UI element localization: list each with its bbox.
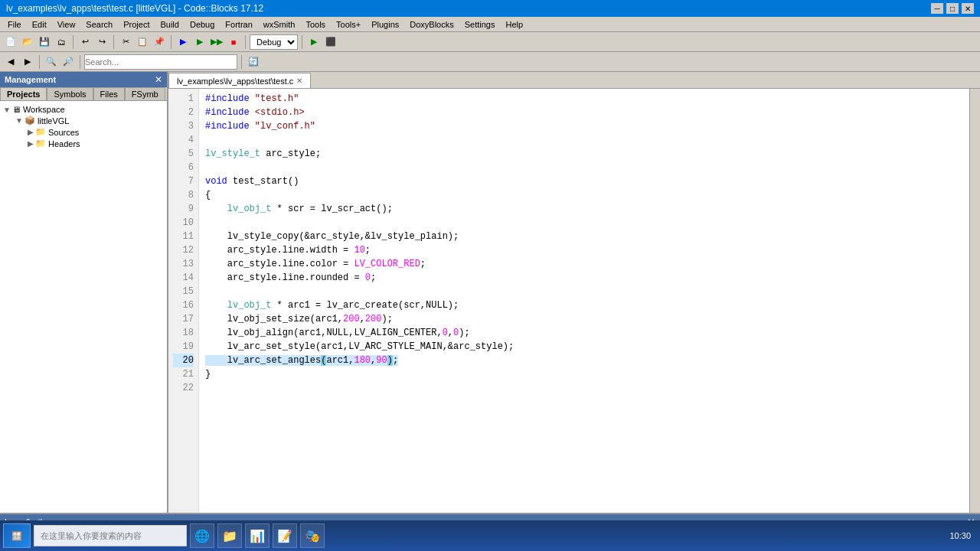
- menu-fortran[interactable]: Fortran: [220, 19, 256, 30]
- management-label: Management: [5, 75, 56, 84]
- workspace-label: Workspace: [23, 105, 65, 114]
- management-close-button[interactable]: ✕: [155, 74, 162, 85]
- workspace-icon: 🖥: [12, 105, 21, 114]
- toolbar2-sep-1: [39, 55, 40, 69]
- sources-label: Sources: [48, 128, 79, 137]
- panel-tab-files[interactable]: Files: [93, 87, 125, 100]
- cut-button[interactable]: ✂: [118, 34, 133, 50]
- littlevgl-label: littleVGL: [38, 116, 70, 126]
- start-button[interactable]: 🪟: [3, 523, 31, 548]
- editor-tab-label: lv_examples\lv_apps\test\test.c: [177, 77, 293, 86]
- panel-tab-symbols[interactable]: Symbols: [47, 87, 93, 100]
- left-panel: Management ✕ Projects Symbols Files FSym…: [0, 72, 168, 513]
- tree-area: ▼ 🖥 Workspace ▼ 📦 littleVGL ▶ 📁 Sources …: [0, 101, 167, 513]
- editor-tab-close-icon[interactable]: ✕: [296, 77, 302, 85]
- littlevgl-expand-icon: ▼: [15, 116, 23, 125]
- zoom-out-button[interactable]: 🔎: [60, 54, 76, 70]
- menu-doxyblocks[interactable]: DoxyBlocks: [405, 19, 458, 30]
- new-button[interactable]: 📄: [3, 34, 18, 50]
- headers-label: Headers: [48, 139, 80, 148]
- toolbar-sep-2: [113, 35, 114, 49]
- line-numbers: 12345 678910 1112131415 16171819 20 2122: [168, 89, 199, 513]
- paste-button[interactable]: 📌: [152, 34, 167, 50]
- tree-sources[interactable]: ▶ 📁 Sources: [28, 126, 164, 138]
- toolbar-sep-3: [171, 35, 172, 49]
- headers-icon: 📁: [35, 139, 46, 148]
- debug-stop-button[interactable]: ⬛: [323, 34, 338, 50]
- toolbar-sep-1: [73, 35, 74, 49]
- menu-project[interactable]: Project: [119, 19, 154, 30]
- workspace-expand-icon: ▼: [3, 106, 11, 114]
- menu-search[interactable]: Search: [81, 19, 117, 30]
- minimize-button[interactable]: ─: [931, 3, 943, 14]
- undo-button[interactable]: ↩: [77, 34, 93, 50]
- titlebar: lv_examples\lv_apps\test\test.c [littleV…: [0, 0, 980, 17]
- build-config-dropdown[interactable]: Debug: [250, 34, 298, 50]
- menu-debug[interactable]: Debug: [185, 19, 219, 30]
- menu-build[interactable]: Build: [155, 19, 183, 30]
- taskbar-search-input[interactable]: [34, 525, 187, 546]
- toolbar-sep-5: [302, 35, 302, 49]
- windows-taskbar: 🪟 🌐 📁 📊 📝 🎭 10:30: [0, 520, 980, 551]
- titlebar-controls: ─ □ ✕: [931, 3, 974, 14]
- debug-start-button[interactable]: ▶: [306, 34, 322, 50]
- stop-button[interactable]: ■: [226, 34, 241, 50]
- run-button[interactable]: ▶: [192, 34, 207, 50]
- menu-tools-plus[interactable]: Tools+: [332, 19, 365, 30]
- tree-littlevgl[interactable]: ▼ 📦 littleVGL: [15, 115, 164, 126]
- toolbar2-sep-2: [80, 55, 80, 69]
- toolbar2-sep-3: [241, 55, 242, 69]
- menu-plugins[interactable]: Plugins: [367, 19, 403, 30]
- taskbar-time: 10:30: [949, 531, 971, 540]
- code-content[interactable]: #include "test.h" #include <stdio.h> #in…: [199, 89, 969, 513]
- nav-back-button[interactable]: ◀: [3, 54, 18, 70]
- refresh-button[interactable]: 🔄: [246, 54, 261, 70]
- zoom-in-button[interactable]: 🔍: [44, 54, 59, 70]
- tree-headers[interactable]: ▶ 📁 Headers: [28, 138, 164, 149]
- search-toolbar-input[interactable]: [84, 54, 237, 70]
- sources-expand-icon: ▶: [28, 128, 34, 136]
- panel-tab-projects[interactable]: Projects: [0, 87, 47, 100]
- build-button[interactable]: ▶: [175, 34, 191, 50]
- menu-edit[interactable]: Edit: [28, 19, 51, 30]
- toolbar-row-1: 📄 📂 💾 🗂 ↩ ↪ ✂ 📋 📌 ▶ ▶ ▶▶ ■ Debug ▶ ⬛: [0, 32, 980, 52]
- maximize-button[interactable]: □: [946, 3, 959, 14]
- taskbar-icon-app1[interactable]: 🎭: [300, 523, 325, 548]
- editor-scrollbar[interactable]: [969, 89, 980, 513]
- main-area: Management ✕ Projects Symbols Files FSym…: [0, 72, 980, 513]
- build-run-button[interactable]: ▶▶: [209, 34, 224, 50]
- toolbar-sep-4: [245, 35, 246, 49]
- menu-settings[interactable]: Settings: [460, 19, 500, 30]
- save-button[interactable]: 💾: [37, 34, 52, 50]
- taskbar-icon-explorer[interactable]: 📁: [217, 523, 242, 548]
- save-all-button[interactable]: 🗂: [54, 34, 69, 50]
- titlebar-title: lv_examples\lv_apps\test\test.c [littleV…: [6, 3, 263, 14]
- open-button[interactable]: 📂: [20, 34, 35, 50]
- editor-area: lv_examples\lv_apps\test\test.c ✕ 12345 …: [168, 72, 980, 513]
- close-button[interactable]: ✕: [962, 3, 974, 14]
- tree-workspace[interactable]: ▼ 🖥 Workspace: [3, 104, 164, 115]
- panel-tab-fsymb[interactable]: FSymb: [125, 87, 165, 100]
- littlevgl-icon: 📦: [24, 116, 35, 126]
- menubar: File Edit View Search Project Build Debu…: [0, 17, 980, 32]
- toolbar-row-2: ◀ ▶ 🔍 🔎 🔄: [0, 52, 980, 72]
- taskbar-icon-powerpoint[interactable]: 📊: [245, 523, 270, 548]
- menu-wxsmith[interactable]: wxSmith: [259, 19, 300, 30]
- redo-button[interactable]: ↪: [94, 34, 109, 50]
- taskbar-icon-edge[interactable]: 🌐: [190, 523, 214, 548]
- headers-expand-icon: ▶: [28, 139, 34, 148]
- menu-tools[interactable]: Tools: [301, 19, 330, 30]
- panel-tabs: Projects Symbols Files FSymb: [0, 87, 167, 101]
- taskbar-right: 10:30: [949, 531, 977, 540]
- code-editor: 12345 678910 1112131415 16171819 20 2122…: [168, 89, 980, 513]
- nav-forward-button[interactable]: ▶: [20, 54, 35, 70]
- menu-help[interactable]: Help: [501, 19, 528, 30]
- taskbar-icon-word[interactable]: 📝: [273, 523, 297, 548]
- editor-tab-testc[interactable]: lv_examples\lv_apps\test\test.c ✕: [168, 73, 311, 88]
- management-header: Management ✕: [0, 72, 167, 87]
- sources-icon: 📁: [35, 127, 46, 137]
- menu-view[interactable]: View: [53, 19, 80, 30]
- copy-button[interactable]: 📋: [135, 34, 150, 50]
- editor-tabs: lv_examples\lv_apps\test\test.c ✕: [168, 72, 980, 89]
- menu-file[interactable]: File: [3, 19, 26, 30]
